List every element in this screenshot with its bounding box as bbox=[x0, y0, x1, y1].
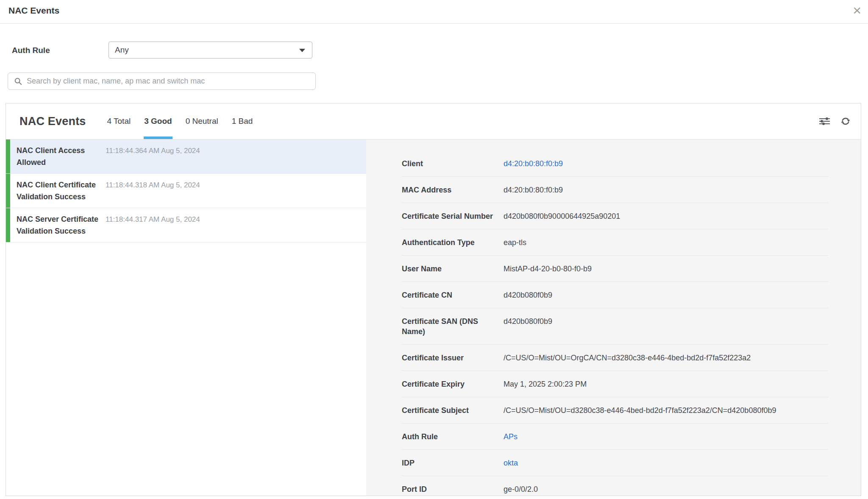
events-panel-header: NAC Events 4 Total3 Good0 Neutral1 Bad bbox=[6, 103, 861, 139]
detail-row: Port IDge-0/0/2.0 bbox=[402, 476, 828, 496]
tab-neutral[interactable]: 0 Neutral bbox=[186, 103, 218, 139]
detail-label: Certificate Issuer bbox=[402, 353, 504, 363]
detail-row: MAC Addressd4:20:b0:80:f0:b9 bbox=[402, 177, 828, 203]
detail-row: User NameMistAP-d4-20-b0-80-f0-b9 bbox=[402, 256, 828, 282]
events-panel-title: NAC Events bbox=[19, 115, 86, 128]
refresh-button[interactable] bbox=[840, 116, 851, 126]
detail-row: Certificate Issuer/C=US/O=Mist/OU=OrgCA/… bbox=[402, 345, 828, 371]
event-list-item[interactable]: NAC Server Certificate Validation Succes… bbox=[6, 208, 366, 243]
detail-label: Certificate SAN (DNS Name) bbox=[402, 316, 504, 337]
detail-label: Certificate CN bbox=[402, 290, 504, 300]
event-list: NAC Client Access Allowed11:18:44.364 AM… bbox=[6, 139, 366, 496]
detail-label: Certificate Expiry bbox=[402, 379, 504, 389]
detail-value-link[interactable]: d4:20:b0:80:f0:b9 bbox=[504, 159, 563, 169]
detail-value-link[interactable]: okta bbox=[504, 458, 518, 468]
auth-rule-dropdown[interactable]: Any bbox=[108, 42, 312, 59]
detail-value: ge-0/0/2.0 bbox=[504, 484, 538, 494]
sliders-icon bbox=[819, 117, 830, 126]
event-timestamp: 11:18:44.317 AM Aug 5, 2024 bbox=[106, 213, 200, 224]
event-count-tabs: 4 Total3 Good0 Neutral1 Bad bbox=[107, 103, 253, 139]
detail-label: Port ID bbox=[402, 484, 504, 494]
refresh-icon bbox=[840, 116, 851, 126]
detail-value: /C=US/O=Mist/OU=d3280c38-e446-4bed-bd2d-… bbox=[504, 405, 776, 415]
event-title: NAC Client Certificate Validation Succes… bbox=[17, 179, 101, 203]
detail-value: May 1, 2025 2:00:23 PM bbox=[504, 379, 587, 389]
detail-value: d420b080f0b9 bbox=[504, 316, 552, 326]
top-bar: NAC Events × bbox=[0, 0, 868, 24]
detail-row: Certificate Serial Numberd420b080f0b9000… bbox=[402, 203, 828, 229]
nac-events-page: { "colors": { "accent": "#4aaee6", "good… bbox=[0, 0, 868, 499]
detail-value: d420b080f0b9 bbox=[504, 290, 552, 300]
events-panel-body: NAC Client Access Allowed11:18:44.364 AM… bbox=[6, 139, 861, 496]
event-title: NAC Server Certificate Validation Succes… bbox=[17, 213, 101, 237]
event-timestamp: 11:18:44.318 AM Aug 5, 2024 bbox=[106, 179, 200, 190]
status-bar-good bbox=[6, 139, 10, 173]
tab-total[interactable]: 4 Total bbox=[107, 103, 131, 139]
detail-label: Authentication Type bbox=[402, 237, 504, 248]
chevron-down-icon bbox=[299, 49, 305, 52]
detail-label: MAC Address bbox=[402, 185, 504, 195]
detail-value: d420b080f0b90000644925a90201 bbox=[504, 211, 620, 221]
events-panel: NAC Events 4 Total3 Good0 Neutral1 Bad bbox=[6, 103, 861, 496]
panel-header-actions bbox=[819, 116, 851, 126]
detail-row: Clientd4:20:b0:80:f0:b9 bbox=[402, 139, 828, 177]
detail-value-link[interactable]: APs bbox=[504, 432, 517, 442]
detail-value: d4:20:b0:80:f0:b9 bbox=[504, 185, 563, 195]
tab-good[interactable]: 3 Good bbox=[144, 103, 172, 139]
detail-label: Certificate Serial Number bbox=[402, 211, 504, 221]
detail-row: IDPokta bbox=[402, 450, 828, 476]
detail-label: User Name bbox=[402, 264, 504, 274]
detail-value: /C=US/O=Mist/OU=OrgCA/CN=d3280c38-e446-4… bbox=[504, 353, 751, 363]
event-list-item[interactable]: NAC Client Certificate Validation Succes… bbox=[6, 174, 366, 208]
event-list-item[interactable]: NAC Client Access Allowed11:18:44.364 AM… bbox=[6, 139, 366, 174]
detail-label: Certificate Subject bbox=[402, 405, 504, 415]
detail-row: Certificate Subject/C=US/O=Mist/OU=d3280… bbox=[402, 397, 828, 424]
event-timestamp: 11:18:44.364 AM Aug 5, 2024 bbox=[106, 145, 200, 155]
search-input[interactable] bbox=[27, 77, 310, 86]
detail-label: IDP bbox=[402, 458, 504, 468]
event-details: Clientd4:20:b0:80:f0:b9MAC Addressd4:20:… bbox=[366, 139, 861, 496]
status-bar-good bbox=[6, 174, 10, 208]
close-icon[interactable]: × bbox=[853, 2, 861, 19]
detail-value: eap-tls bbox=[504, 237, 526, 248]
page-title: NAC Events bbox=[8, 6, 59, 16]
detail-row: Authentication Typeeap-tls bbox=[402, 229, 828, 256]
tab-bad[interactable]: 1 Bad bbox=[232, 103, 253, 139]
detail-label: Client bbox=[402, 159, 504, 169]
auth-rule-selected-value: Any bbox=[115, 45, 129, 54]
event-title: NAC Client Access Allowed bbox=[17, 145, 101, 168]
status-bar-good bbox=[6, 208, 10, 242]
search-box bbox=[8, 72, 316, 90]
auth-rule-label: Auth Rule bbox=[12, 46, 50, 55]
detail-row: Certificate CNd420b080f0b9 bbox=[402, 282, 828, 308]
detail-row: Auth RuleAPs bbox=[402, 424, 828, 450]
detail-value: MistAP-d4-20-b0-80-f0-b9 bbox=[504, 264, 592, 274]
search-icon bbox=[14, 78, 22, 85]
detail-label: Auth Rule bbox=[402, 432, 504, 442]
detail-row: Certificate ExpiryMay 1, 2025 2:00:23 PM bbox=[402, 371, 828, 397]
detail-row: Certificate SAN (DNS Name)d420b080f0b9 bbox=[402, 308, 828, 345]
filter-sliders-button[interactable] bbox=[819, 117, 830, 126]
